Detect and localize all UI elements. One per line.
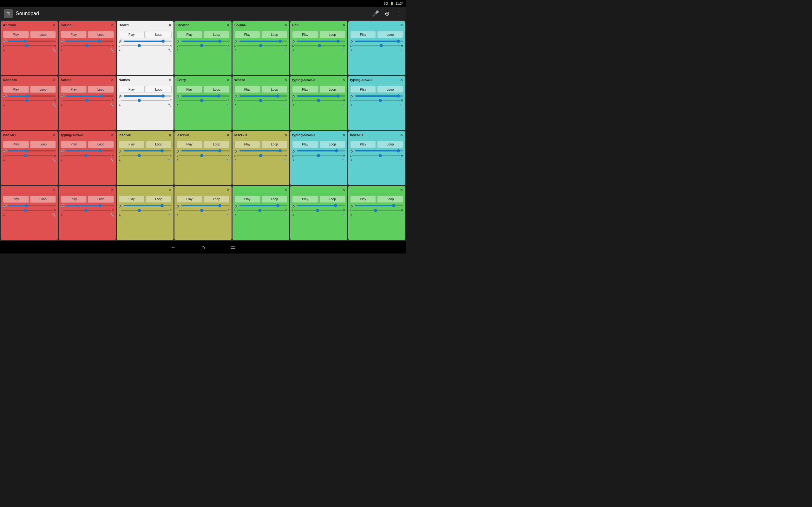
- volume-slider-6[interactable]: [297, 41, 345, 42]
- loop-button-26[interactable]: Loop: [261, 196, 287, 203]
- volume-slider-11[interactable]: [182, 95, 229, 97]
- recent-button[interactable]: ▭: [230, 244, 236, 250]
- expand-button-7[interactable]: ∧: [350, 49, 352, 52]
- pitch-icon-1[interactable]: 🔧: [52, 49, 56, 52]
- pan-slider-3[interactable]: [121, 45, 169, 46]
- menu-icon[interactable]: ⋮: [394, 9, 402, 18]
- volume-slider-19[interactable]: [240, 150, 287, 152]
- play-button-2[interactable]: Play: [61, 31, 87, 38]
- home-button[interactable]: ⌂: [201, 244, 205, 250]
- loop-button-8[interactable]: Loop: [30, 86, 56, 93]
- card-close-3[interactable]: ✕: [168, 23, 171, 27]
- pan-slider-18[interactable]: [179, 155, 227, 156]
- expand-button-25[interactable]: ∧: [176, 213, 179, 217]
- card-close-26[interactable]: ✕: [284, 188, 287, 192]
- volume-slider-10[interactable]: [124, 95, 171, 97]
- pitch-icon-24[interactable]: 🔧: [168, 213, 171, 217]
- pan-slider-14[interactable]: [352, 100, 401, 101]
- loop-button-9[interactable]: Loop: [88, 86, 114, 93]
- pan-slider-4[interactable]: [179, 45, 227, 46]
- loop-button-25[interactable]: Loop: [204, 196, 230, 203]
- expand-button-17[interactable]: ∧: [119, 158, 121, 162]
- loop-button-7[interactable]: Loop: [377, 31, 403, 38]
- volume-slider-12[interactable]: [240, 95, 287, 97]
- volume-slider-15[interactable]: [8, 150, 56, 152]
- pan-slider-10[interactable]: [121, 100, 169, 101]
- loop-button-23[interactable]: Loop: [88, 196, 114, 203]
- expand-button-23[interactable]: ∧: [61, 213, 63, 217]
- card-close-6[interactable]: ✕: [342, 23, 345, 27]
- loop-button-16[interactable]: Loop: [88, 141, 114, 148]
- expand-button-1[interactable]: ∧: [3, 49, 5, 52]
- card-close-12[interactable]: ✕: [284, 78, 287, 82]
- pitch-icon-18[interactable]: 🔧: [226, 158, 230, 162]
- pan-slider-8[interactable]: [5, 100, 53, 101]
- pitch-icon-2[interactable]: 🔧: [110, 49, 114, 52]
- loop-button-1[interactable]: Loop: [30, 31, 56, 38]
- expand-button-6[interactable]: ∧: [292, 49, 294, 52]
- play-button-22[interactable]: Play: [3, 196, 29, 203]
- card-close-4[interactable]: ✕: [226, 23, 230, 27]
- card-close-18[interactable]: ✕: [226, 133, 230, 137]
- pan-slider-24[interactable]: [121, 210, 169, 211]
- play-button-11[interactable]: Play: [176, 86, 202, 93]
- expand-button-15[interactable]: ∧: [3, 158, 5, 162]
- volume-slider-4[interactable]: [182, 41, 229, 42]
- play-button-3[interactable]: Play: [119, 31, 145, 38]
- play-button-16[interactable]: Play: [61, 141, 87, 148]
- pitch-icon-5[interactable]: 🔧: [284, 49, 287, 52]
- loop-button-3[interactable]: Loop: [146, 31, 172, 38]
- card-close-21[interactable]: ✕: [400, 133, 403, 137]
- volume-slider-7[interactable]: [355, 41, 403, 42]
- loop-button-18[interactable]: Loop: [204, 141, 230, 148]
- loop-button-22[interactable]: Loop: [30, 196, 56, 203]
- pitch-icon-11[interactable]: 🔧: [226, 103, 230, 107]
- expand-button-16[interactable]: ∧: [61, 158, 63, 162]
- volume-slider-1[interactable]: [8, 41, 56, 42]
- play-button-17[interactable]: Play: [119, 141, 145, 148]
- expand-button-26[interactable]: ∧: [235, 213, 237, 217]
- card-close-28[interactable]: ✕: [400, 188, 403, 192]
- expand-button-13[interactable]: ∧: [292, 103, 294, 107]
- pan-slider-23[interactable]: [63, 210, 111, 211]
- expand-button-11[interactable]: ∧: [176, 103, 179, 107]
- expand-button-22[interactable]: ∧: [3, 213, 5, 217]
- volume-slider-21[interactable]: [355, 150, 403, 152]
- volume-slider-3[interactable]: [124, 41, 171, 42]
- volume-slider-18[interactable]: [182, 150, 229, 152]
- volume-slider-22[interactable]: [8, 205, 56, 206]
- card-close-22[interactable]: ✕: [53, 188, 56, 192]
- play-button-6[interactable]: Play: [292, 31, 318, 38]
- card-close-11[interactable]: ✕: [226, 78, 230, 82]
- pan-slider-9[interactable]: [63, 100, 111, 101]
- expand-button-24[interactable]: ∧: [119, 213, 121, 217]
- volume-slider-20[interactable]: [297, 150, 345, 152]
- expand-button-8[interactable]: ∧: [3, 103, 5, 107]
- volume-slider-16[interactable]: [66, 150, 113, 152]
- play-button-15[interactable]: Play: [3, 141, 29, 148]
- volume-slider-27[interactable]: [297, 205, 345, 206]
- loop-button-19[interactable]: Loop: [261, 141, 287, 148]
- pan-slider-12[interactable]: [237, 100, 285, 101]
- card-close-25[interactable]: ✕: [226, 188, 230, 192]
- volume-slider-25[interactable]: [182, 205, 229, 206]
- volume-slider-17[interactable]: [124, 150, 171, 152]
- pitch-icon-15[interactable]: 🔧: [52, 158, 56, 162]
- pitch-icon-23[interactable]: 🔧: [110, 213, 114, 217]
- volume-slider-5[interactable]: [240, 41, 287, 42]
- pitch-icon-10[interactable]: 🔧: [168, 103, 171, 107]
- pitch-icon-27[interactable]: 🔧: [342, 213, 345, 217]
- expand-button-28[interactable]: ∧: [350, 213, 352, 217]
- card-close-24[interactable]: ✕: [168, 188, 171, 192]
- add-icon[interactable]: ⊕: [384, 9, 391, 18]
- pan-slider-15[interactable]: [5, 155, 53, 156]
- card-close-5[interactable]: ✕: [284, 23, 287, 27]
- card-close-8[interactable]: ✕: [53, 78, 56, 82]
- loop-button-20[interactable]: Loop: [319, 141, 345, 148]
- card-close-14[interactable]: ✕: [400, 78, 403, 82]
- pan-slider-20[interactable]: [294, 155, 343, 156]
- pitch-icon-6[interactable]: 🔧: [342, 49, 345, 52]
- play-button-7[interactable]: Play: [350, 31, 376, 38]
- loop-button-21[interactable]: Loop: [377, 141, 403, 148]
- pan-slider-26[interactable]: [237, 210, 285, 211]
